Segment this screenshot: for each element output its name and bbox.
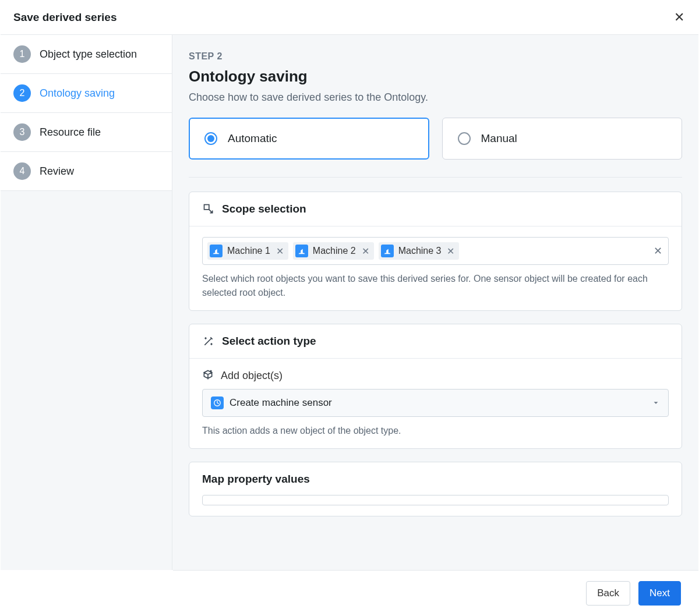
chip-label: Machine 3: [398, 246, 442, 256]
mode-label: Automatic: [228, 132, 277, 145]
add-objects-subhead: Add object(s): [202, 369, 669, 382]
divider: [189, 177, 682, 178]
step-number: 2: [13, 84, 31, 102]
radio-icon: [204, 132, 217, 145]
chip-label: Machine 2: [313, 246, 356, 256]
dialog-title: Save derived series: [13, 11, 116, 24]
mode-label: Manual: [481, 132, 517, 145]
radio-icon: [458, 132, 471, 145]
page-subtitle: Choose how to save derived series to the…: [189, 91, 682, 104]
step-kicker: STEP 2: [189, 51, 682, 62]
step-review[interactable]: 4 Review: [1, 152, 172, 191]
save-mode-row: Automatic Manual: [189, 118, 682, 160]
mode-automatic[interactable]: Automatic: [189, 118, 429, 160]
dialog-header: Save derived series ✕: [1, 1, 698, 35]
chip-remove-icon[interactable]: ✕: [275, 246, 285, 257]
machine-icon: [381, 245, 394, 257]
machine-icon: [295, 245, 308, 257]
chip-label: Machine 1: [227, 246, 270, 256]
step-number: 1: [13, 45, 31, 63]
select-value: Create machine sensor: [230, 397, 646, 409]
action-type-card: Select action type Add object(s) Create …: [189, 324, 682, 449]
scope-icon: [202, 203, 215, 215]
scope-chip: Machine 1 ✕: [207, 242, 288, 260]
scope-chip: Machine 3 ✕: [379, 242, 460, 260]
scope-input[interactable]: Machine 1 ✕ Machine 2 ✕: [202, 237, 669, 265]
dialog-footer: Back Next: [173, 570, 698, 615]
scope-selection-card: Scope selection Machine 1 ✕: [189, 192, 682, 311]
next-button[interactable]: Next: [638, 581, 681, 606]
action-help-text: This action adds a new object of the obj…: [202, 424, 669, 438]
chip-remove-icon[interactable]: ✕: [361, 246, 370, 257]
scope-chip: Machine 2 ✕: [293, 242, 374, 260]
sensor-icon: [211, 396, 224, 409]
step-ontology-saving[interactable]: 2 Ontology saving: [1, 74, 172, 113]
chip-remove-icon[interactable]: ✕: [446, 246, 456, 257]
svg-rect-0: [204, 205, 209, 210]
page-title: Ontology saving: [189, 68, 682, 86]
wizard-steps-sidebar: 1 Object type selection 2 Ontology savin…: [1, 35, 172, 570]
wand-icon: [202, 335, 215, 348]
map-property-values-card: Map property values: [189, 462, 682, 516]
action-select[interactable]: Create machine sensor: [202, 389, 669, 417]
cube-plus-icon: [202, 369, 215, 382]
step-label: Review: [40, 165, 74, 178]
map-input-placeholder[interactable]: [202, 495, 669, 505]
dialog-body: 1 Object type selection 2 Ontology savin…: [1, 35, 698, 570]
step-object-type-selection[interactable]: 1 Object type selection: [1, 35, 172, 74]
back-button[interactable]: Back: [586, 581, 630, 606]
card-body: [189, 491, 682, 516]
subhead-label: Add object(s): [221, 370, 283, 382]
clear-all-icon[interactable]: ✕: [654, 245, 662, 257]
step-number: 4: [13, 162, 31, 180]
step-label: Ontology saving: [40, 87, 115, 100]
save-derived-series-dialog: Save derived series ✕ 1 Object type sele…: [0, 0, 699, 616]
close-icon[interactable]: ✕: [674, 11, 684, 24]
sidebar-fill: [1, 191, 172, 570]
chevron-down-icon: [652, 399, 660, 407]
card-title: Select action type: [222, 335, 316, 348]
card-header: Scope selection: [189, 192, 682, 226]
card-header: Select action type: [189, 324, 682, 359]
card-title: Scope selection: [222, 203, 306, 215]
machine-icon: [210, 245, 223, 257]
card-body: Add object(s) Create machine sensor This…: [189, 359, 682, 448]
step-number: 3: [13, 123, 31, 141]
card-title: Map property values: [189, 462, 682, 491]
main-panel: STEP 2 Ontology saving Choose how to sav…: [172, 35, 698, 570]
step-label: Resource file: [40, 126, 101, 139]
step-resource-file[interactable]: 3 Resource file: [1, 113, 172, 152]
scope-help-text: Select which root objects you want to sa…: [202, 272, 669, 300]
card-body: Machine 1 ✕ Machine 2 ✕: [189, 226, 682, 310]
step-label: Object type selection: [40, 48, 137, 61]
mode-manual[interactable]: Manual: [442, 118, 683, 160]
